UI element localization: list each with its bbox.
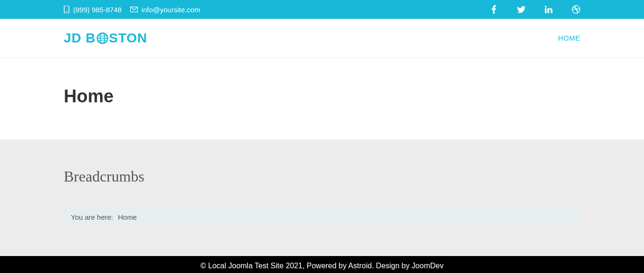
email-text: info@yoursite.com bbox=[142, 6, 200, 14]
facebook-icon[interactable] bbox=[490, 5, 498, 14]
main-nav: HOME bbox=[558, 34, 580, 42]
footer-text-mid: . Design by bbox=[372, 262, 411, 270]
page-title: Home bbox=[64, 86, 580, 107]
footer-text-prefix: © Local Joomla Test Site 2021, Powered b… bbox=[201, 262, 348, 270]
phone-text: (899) 985-8748 bbox=[73, 6, 122, 14]
mobile-icon bbox=[64, 6, 69, 13]
svg-rect-1 bbox=[66, 12, 68, 12]
twitter-icon[interactable] bbox=[517, 5, 525, 14]
logo-text-2: STON bbox=[109, 31, 147, 46]
dribbble-icon[interactable] bbox=[572, 5, 580, 14]
footer: © Local Joomla Test Site 2021, Powered b… bbox=[0, 256, 644, 273]
breadcrumb-bar: You are here: Home bbox=[64, 207, 580, 228]
breadcrumb-section: Breadcrumbs You are here: Home bbox=[0, 140, 644, 256]
footer-link-joomdev[interactable]: JoomDev bbox=[412, 262, 444, 270]
globe-icon bbox=[96, 32, 109, 44]
logo-text-1: JD B bbox=[64, 31, 96, 46]
breadcrumb-label: You are here: bbox=[71, 213, 113, 221]
envelope-icon bbox=[130, 7, 138, 12]
footer-link-astroid[interactable]: Astroid bbox=[348, 262, 372, 270]
breadcrumb-current: Home bbox=[118, 213, 137, 221]
nav-home[interactable]: HOME bbox=[558, 34, 580, 42]
topbar: (899) 985-8748 info@yoursite.com bbox=[0, 0, 644, 19]
breadcrumb-heading: Breadcrumbs bbox=[64, 168, 580, 185]
email-contact[interactable]: info@yoursite.com bbox=[130, 6, 200, 14]
linkedin-icon[interactable] bbox=[544, 5, 553, 14]
topbar-social bbox=[490, 5, 580, 14]
header: JD B STON HOME bbox=[0, 19, 644, 58]
main-content: Home bbox=[0, 58, 644, 140]
topbar-contact: (899) 985-8748 info@yoursite.com bbox=[64, 6, 200, 14]
phone-contact[interactable]: (899) 985-8748 bbox=[64, 6, 122, 14]
site-logo[interactable]: JD B STON bbox=[64, 31, 147, 46]
